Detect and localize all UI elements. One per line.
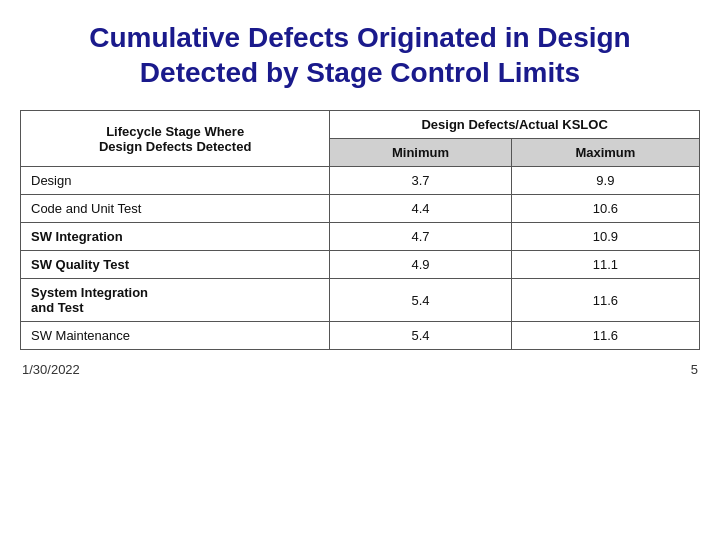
table-row: Design3.79.9 (21, 167, 700, 195)
stage-cell: SW Maintenance (21, 322, 330, 350)
header-group-label: Design Defects/Actual KSLOC (330, 111, 700, 139)
max-cell: 10.6 (511, 195, 699, 223)
main-title: Cumulative Defects Originated in Design … (89, 20, 630, 90)
table-wrapper: Lifecycle Stage WhereDesign Defects Dete… (20, 110, 700, 350)
data-table: Lifecycle Stage WhereDesign Defects Dete… (20, 110, 700, 350)
page-container: Cumulative Defects Originated in Design … (0, 0, 720, 540)
max-cell: 9.9 (511, 167, 699, 195)
min-cell: 4.9 (330, 251, 511, 279)
header-lifecycle-stage: Lifecycle Stage WhereDesign Defects Dete… (21, 111, 330, 167)
stage-cell: SW Quality Test (21, 251, 330, 279)
min-cell: 5.4 (330, 322, 511, 350)
header-maximum: Maximum (511, 139, 699, 167)
table-row: System Integrationand Test5.411.6 (21, 279, 700, 322)
table-row: Code and Unit Test4.410.6 (21, 195, 700, 223)
table-row: SW Quality Test4.911.1 (21, 251, 700, 279)
table-row: SW Maintenance5.411.6 (21, 322, 700, 350)
stage-cell: SW Integration (21, 223, 330, 251)
footer: 1/30/2022 5 (20, 362, 700, 377)
title-line1: Cumulative Defects Originated in Design (89, 22, 630, 53)
table-row: SW Integration4.710.9 (21, 223, 700, 251)
footer-page: 5 (691, 362, 698, 377)
max-cell: 11.6 (511, 279, 699, 322)
min-cell: 4.7 (330, 223, 511, 251)
header-minimum: Minimum (330, 139, 511, 167)
min-cell: 3.7 (330, 167, 511, 195)
title-line2: Detected by Stage Control Limits (140, 57, 580, 88)
footer-date: 1/30/2022 (22, 362, 80, 377)
header-row-1: Lifecycle Stage WhereDesign Defects Dete… (21, 111, 700, 139)
table-body: Design3.79.9Code and Unit Test4.410.6SW … (21, 167, 700, 350)
min-cell: 4.4 (330, 195, 511, 223)
max-cell: 10.9 (511, 223, 699, 251)
max-cell: 11.1 (511, 251, 699, 279)
stage-cell: System Integrationand Test (21, 279, 330, 322)
max-cell: 11.6 (511, 322, 699, 350)
min-cell: 5.4 (330, 279, 511, 322)
stage-cell: Code and Unit Test (21, 195, 330, 223)
stage-cell: Design (21, 167, 330, 195)
